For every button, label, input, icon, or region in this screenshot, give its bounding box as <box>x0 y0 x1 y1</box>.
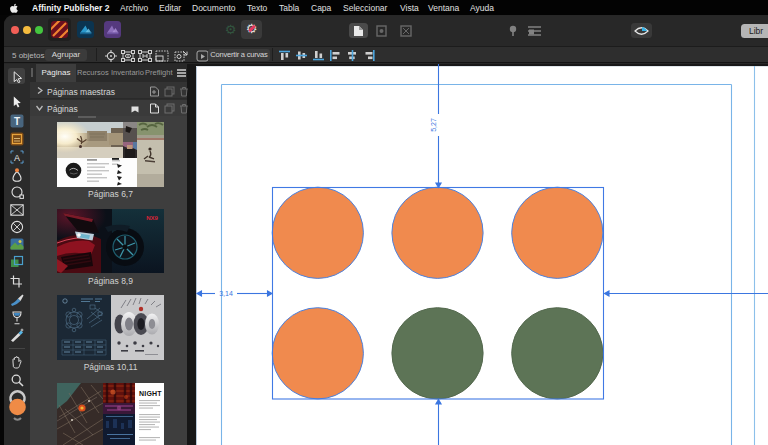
svg-text:A: A <box>14 153 20 163</box>
svg-text:3,14: 3,14 <box>219 290 233 297</box>
svg-text:T: T <box>14 116 20 127</box>
svg-text:5,27: 5,27 <box>430 118 437 132</box>
svg-text:NX9: NX9 <box>146 215 158 221</box>
svg-text:NIGHT: NIGHT <box>139 390 162 397</box>
